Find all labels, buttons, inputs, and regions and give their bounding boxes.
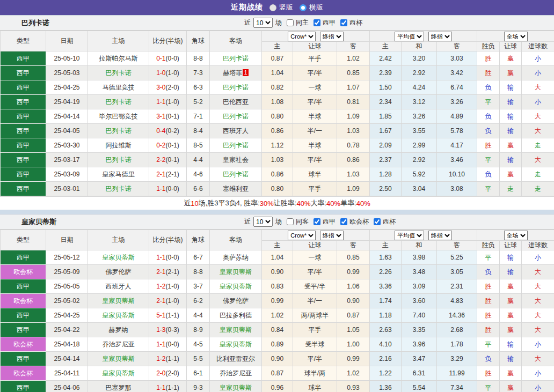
result-goals: 大 [522,279,554,294]
home-team[interactable]: 西班牙人 [88,279,149,294]
avg-draw: 5.54 [402,381,437,392]
odds-away: 0.85 [337,66,370,80]
league-badge: 西甲 [1,352,46,366]
avg-home: 3.36 [370,279,402,294]
radio-label-vertical: 竖版 [279,3,293,12]
half-score: (1-0) [166,283,179,290]
radio-icon[interactable] [300,4,307,11]
col-header-res-handicap: 让球 [500,42,522,51]
home-team[interactable]: 皇家贝蒂斯 [88,308,149,323]
league-filter-checkbox[interactable] [374,218,381,225]
score-cell: 3-0(2-0) [149,80,187,95]
league-filter-checkbox[interactable] [314,218,320,225]
away-team[interactable]: 皇家贝蒂斯 [210,337,262,352]
league-filter-checkbox[interactable] [340,19,347,26]
final-odds-select[interactable]: 终指 [320,32,344,41]
away-team[interactable]: 巴伦西亚 [210,95,262,109]
away-team[interactable]: 巴列卡诺 [210,51,262,66]
league-filter-checkbox[interactable] [340,218,347,225]
average-group-header: 平均值 终指 [370,31,477,42]
same-side-checkbox[interactable] [287,218,294,225]
result-goals: 大 [522,294,554,308]
avg-draw: 3.55 [402,124,437,138]
full-score: 1-0 [156,69,165,77]
match-row: 西甲25-05-03巴列卡诺1-0(1-0)7-3赫塔菲11.04平/半0.85… [1,66,554,80]
scope-select[interactable]: 全场 [504,231,528,240]
home-team[interactable]: 巴列卡诺 [88,124,149,138]
avg-draw: 3.47 [402,352,437,366]
odds-group-header: Crow* 终指 [262,230,370,241]
away-team[interactable]: 佛罗伦萨 [210,294,262,308]
average-select[interactable]: 平均值 [395,32,424,41]
away-team[interactable]: 赫塔菲1 [210,66,262,80]
away-team[interactable]: 皇家贝蒂斯 [210,279,262,294]
away-team[interactable]: 皇家社会 [210,153,262,167]
avg-draw: 3.09 [402,279,437,294]
full-score: 3-0 [156,84,165,91]
home-team[interactable]: 巴塞罗那 [88,381,149,392]
away-team[interactable]: 西班牙人 [210,124,262,138]
odds-away: 0.87 [337,308,370,323]
league-filter-checkbox[interactable] [314,19,320,26]
corner-score: 4-4 [187,153,210,167]
away-team[interactable]: 巴列卡诺 [210,138,262,153]
corner-score: 8-8 [187,265,210,279]
away-team[interactable]: 皇家贝蒂斯 [210,265,262,279]
radio-icon[interactable] [269,4,276,11]
final-odds-select[interactable]: 终指 [428,231,452,240]
home-team[interactable]: 皇家贝蒂斯 [88,294,149,308]
home-team[interactable]: 巴列卡诺 [88,182,149,196]
bookmaker-select[interactable]: Crow* [288,231,316,240]
result-outcome: 负 [477,80,500,95]
home-team[interactable]: 赫罗纳 [88,323,149,337]
away-team[interactable]: 巴列卡诺 [210,80,262,95]
home-team[interactable]: 毕尔巴鄂竞技 [88,109,149,124]
odds-handicap: 半/一 [293,124,337,138]
home-team[interactable]: 皇家贝蒂斯 [88,366,149,381]
away-team[interactable]: 巴列卡诺 [210,109,262,124]
home-team[interactable]: 佛罗伦萨 [88,265,149,279]
match-date: 25-05-09 [46,265,88,279]
home-team[interactable]: 马德里竞技 [88,80,149,95]
away-team[interactable]: 巴列卡诺 [210,167,262,182]
layout-radio-vertical[interactable]: 竖版 [269,3,293,12]
summary-text: 10 [191,199,198,208]
away-team[interactable]: 乔治罗尼亚 [210,366,262,381]
home-team[interactable]: 皇家马德里 [88,167,149,182]
match-date: 25-05-02 [46,294,88,308]
avg-home: 1.63 [370,250,402,265]
recent-count-select[interactable]: 10 [253,217,273,227]
home-team[interactable]: 阿拉维斯 [88,138,149,153]
result-outcome: 负 [477,352,500,366]
result-goals: 小 [522,337,554,352]
result-outcome: 平 [477,182,500,196]
home-team[interactable]: 乔治罗尼亚 [88,337,149,352]
home-team[interactable]: 拉斯帕尔马斯 [88,51,149,66]
home-team[interactable]: 巴列卡诺 [88,95,149,109]
away-team[interactable]: 皇家贝蒂斯 [210,323,262,337]
away-team[interactable]: 比利亚雷亚尔 [210,352,262,366]
recent-count-select[interactable]: 10 [253,18,273,28]
bookmaker-select[interactable]: Crow* [288,32,316,41]
half-score: (1-0) [166,69,179,77]
away-team[interactable]: 奥萨苏纳 [210,250,262,265]
away-team[interactable]: 皇家贝蒂斯 [210,381,262,392]
same-side-label: 同客 [296,217,309,226]
home-team[interactable]: 皇家贝蒂斯 [88,352,149,366]
score-cell: 2-1(1-0) [149,294,187,308]
home-team[interactable]: 皇家贝蒂斯 [88,250,149,265]
final-odds-select[interactable]: 终指 [428,32,452,41]
away-team-name: 皇家贝蒂斯 [220,326,252,334]
layout-radio-horizontal[interactable]: 横版 [300,3,323,12]
score-cell: 2-1(2-1) [149,265,187,279]
home-team[interactable]: 巴列卡诺 [88,66,149,80]
col-header-score: 比分(半场) [149,230,187,250]
home-team[interactable]: 巴列卡诺 [88,153,149,167]
average-select[interactable]: 平均值 [395,231,424,240]
odds-away: 0.99 [337,352,370,366]
final-odds-select[interactable]: 终指 [320,231,344,240]
scope-select[interactable]: 全场 [504,32,528,41]
away-team[interactable]: 巴拉多利德 [210,308,262,323]
away-team[interactable]: 塞维利亚 [210,182,262,196]
same-side-checkbox[interactable] [287,19,294,26]
